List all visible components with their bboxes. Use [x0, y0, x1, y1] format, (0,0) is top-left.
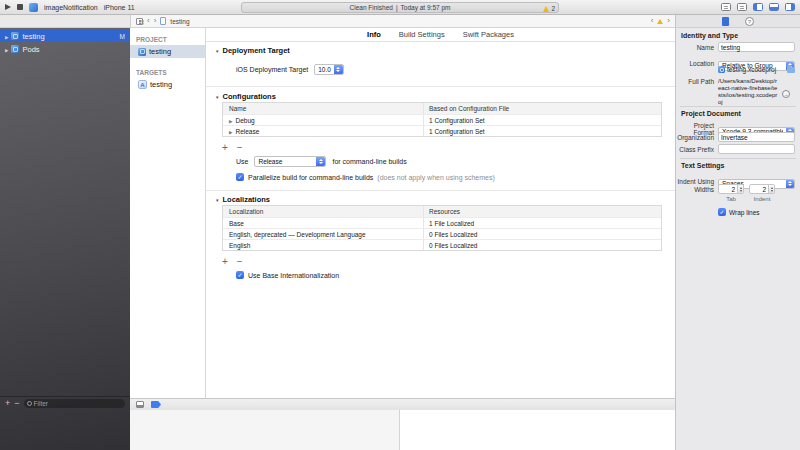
tab-info[interactable]: Info — [367, 30, 381, 39]
localization-name: Base — [223, 218, 423, 228]
wrap-lines-checkbox[interactable] — [718, 208, 726, 216]
localization-resources: 1 File Localized — [423, 218, 661, 228]
toggle-debug-area-icon[interactable] — [769, 3, 779, 11]
disclosure-triangle-icon[interactable] — [229, 128, 232, 135]
widths-label: Widths — [676, 186, 718, 193]
text-settings-section-title: Text Settings — [681, 162, 724, 169]
disclosure-triangle-icon[interactable] — [215, 92, 219, 101]
jumpbar-file-name[interactable]: testing — [170, 18, 189, 25]
navigator-item-testing[interactable]: testing M — [0, 30, 130, 42]
previous-issue-button[interactable]: ‹ — [651, 17, 654, 25]
scheme-app-icon[interactable] — [29, 3, 38, 12]
column-header-resources[interactable]: Resources — [423, 206, 661, 217]
localization-row-english[interactable]: English 0 Files Localized — [223, 239, 661, 250]
choose-location-folder-icon[interactable] — [787, 67, 795, 73]
tab-width-value: 2 — [731, 186, 735, 193]
inspector-divider — [680, 158, 796, 159]
run-button[interactable] — [5, 4, 11, 10]
organization-input[interactable]: Invertase — [718, 132, 795, 142]
base-internationalization-checkbox[interactable] — [236, 271, 244, 279]
configuration-row-release[interactable]: Release 1 Configuration Set — [223, 125, 661, 136]
tab-swift-packages[interactable]: Swift Packages — [463, 30, 514, 39]
deployment-target-popup[interactable]: 10.0 — [314, 64, 344, 75]
use-suffix-label: for command-line builds — [332, 158, 406, 165]
stepper-chevrons-icon[interactable] — [768, 185, 774, 193]
device-selector[interactable]: iPhone 11 — [104, 4, 135, 11]
hide-debug-area-icon[interactable] — [136, 401, 144, 408]
deployment-target-section[interactable]: Deployment Target — [215, 46, 290, 55]
breakpoints-icon[interactable] — [151, 401, 161, 408]
use-label: Use — [236, 158, 248, 165]
indent-width-stepper[interactable]: 2 — [749, 184, 775, 194]
warning-counter[interactable]: 2 — [543, 5, 555, 12]
filter-placeholder: Filter — [34, 400, 48, 407]
parallelize-checkbox[interactable] — [236, 173, 244, 181]
stepper-chevrons-icon[interactable] — [737, 185, 743, 193]
inspector-divider — [680, 106, 796, 107]
filter-input[interactable]: Filter — [24, 399, 125, 408]
add-localization-button[interactable]: + — [222, 257, 228, 267]
deployment-target-label: iOS Deployment Target — [236, 66, 308, 73]
project-file-row: testing.xcodeproj — [676, 66, 800, 73]
target-row-testing[interactable]: testing — [130, 78, 205, 91]
quick-help-tab-icon[interactable]: ? — [745, 17, 754, 26]
column-header-name[interactable]: Name — [223, 103, 423, 114]
disclosure-triangle-icon[interactable] — [5, 45, 8, 54]
open-in-finder-arrow-icon[interactable] — [782, 90, 790, 98]
localization-row-english-deprecated[interactable]: English, deprecated — Development Langua… — [223, 228, 661, 239]
indent-column-label: Indent — [749, 196, 775, 202]
width-column-labels: Tab Indent — [676, 196, 800, 202]
warning-icon — [543, 6, 549, 12]
name-input[interactable]: testing — [718, 42, 795, 52]
popup-chevrons-icon — [316, 157, 325, 166]
related-items-icon[interactable] — [136, 18, 143, 25]
class-prefix-row: Class Prefix — [676, 144, 800, 154]
toggle-inspector-icon[interactable] — [785, 3, 795, 11]
full-path-row: Full Path /Users/kans/Desktop/react-nati… — [676, 78, 800, 106]
disclosure-triangle-icon[interactable] — [229, 117, 232, 124]
localizations-table-header: Localization Resources — [223, 206, 661, 217]
issue-warning-icon[interactable] — [657, 19, 663, 24]
source-control-badge: M — [120, 33, 125, 40]
project-icon — [718, 66, 725, 73]
toggle-navigator-icon[interactable] — [753, 3, 763, 11]
add-item-button[interactable]: + — [5, 399, 10, 408]
file-inspector-tab-icon[interactable] — [722, 17, 729, 26]
column-header-localization[interactable]: Localization — [223, 206, 423, 217]
class-prefix-input[interactable] — [718, 144, 795, 154]
disclosure-triangle-icon[interactable] — [5, 32, 8, 41]
add-editor-icon[interactable] — [737, 3, 747, 11]
remove-localization-button[interactable]: − — [237, 257, 243, 267]
tab-width-stepper[interactable]: 2 — [718, 184, 744, 194]
scheme-selector[interactable]: imageNotification — [44, 4, 98, 11]
variables-view[interactable] — [130, 410, 400, 450]
disclosure-triangle-icon[interactable] — [215, 46, 219, 55]
column-header-config-file[interactable]: Based on Configuration File — [423, 103, 661, 114]
forward-button[interactable]: › — [154, 17, 157, 25]
stop-button[interactable] — [17, 4, 23, 10]
project-file-name: testing.xcodeproj — [727, 66, 776, 73]
navigator-filter-bar: + − Filter — [0, 396, 130, 409]
warning-count: 2 — [551, 5, 555, 12]
console-view[interactable] — [400, 410, 675, 450]
project-row-testing[interactable]: testing — [130, 45, 205, 58]
back-button[interactable]: ‹ — [147, 17, 150, 25]
configuration-file: 1 Configuration Set — [423, 115, 661, 125]
next-issue-button[interactable]: › — [667, 17, 670, 25]
section-title: Deployment Target — [222, 46, 289, 55]
issue-navigation: ‹ › — [651, 17, 670, 25]
add-configuration-button[interactable]: + — [222, 143, 228, 153]
localization-row-base[interactable]: Base 1 File Localized — [223, 217, 661, 228]
localizations-section[interactable]: Localizations — [215, 195, 270, 204]
disclosure-triangle-icon[interactable] — [215, 195, 219, 204]
remove-configuration-button[interactable]: − — [237, 143, 243, 153]
configuration-row-debug[interactable]: Debug 1 Configuration Set — [223, 114, 661, 125]
navigator-item-pods[interactable]: Pods — [0, 43, 130, 55]
editor-options-icon[interactable] — [721, 3, 731, 11]
status-separator: | — [396, 4, 398, 11]
configurations-section[interactable]: Configurations — [215, 92, 276, 101]
command-line-config-popup[interactable]: Release — [254, 156, 326, 167]
tab-build-settings[interactable]: Build Settings — [399, 30, 445, 39]
remove-item-button[interactable]: − — [14, 399, 19, 408]
identity-section-title: Identity and Type — [681, 32, 738, 39]
